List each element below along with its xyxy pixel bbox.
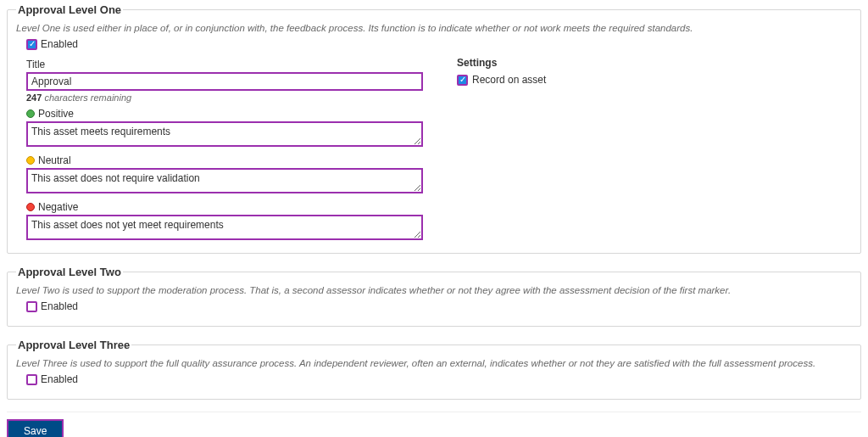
record-on-asset-checkbox[interactable] xyxy=(457,75,468,86)
level-one-enabled-checkbox[interactable] xyxy=(26,39,37,50)
level-three-enabled-label: Enabled xyxy=(41,373,78,385)
level-three-enabled-checkbox[interactable] xyxy=(26,374,37,385)
positive-input[interactable] xyxy=(26,121,423,147)
negative-icon xyxy=(26,203,35,211)
level-two-legend: Approval Level Two xyxy=(16,266,123,278)
positive-icon xyxy=(26,109,35,118)
title-input[interactable] xyxy=(26,72,423,91)
neutral-input[interactable] xyxy=(26,168,423,193)
level-two-enabled-label: Enabled xyxy=(41,300,78,312)
level-one-description: Level One is used either in place of, or… xyxy=(16,23,852,33)
negative-input[interactable] xyxy=(26,215,423,240)
positive-label: Positive xyxy=(38,108,74,120)
approval-level-one-section: Approval Level One Level One is used eit… xyxy=(7,3,861,254)
level-two-enabled-checkbox[interactable] xyxy=(26,301,37,312)
level-three-description: Level Three is used to support the full … xyxy=(16,358,852,368)
level-two-description: Level Two is used to support the moderat… xyxy=(16,285,852,295)
title-label: Title xyxy=(26,59,423,70)
neutral-icon xyxy=(26,156,35,165)
save-button[interactable]: Save xyxy=(7,419,64,437)
chars-remaining: 247 characters remaining xyxy=(26,92,423,103)
record-on-asset-label: Record on asset xyxy=(472,74,546,86)
level-three-legend: Approval Level Three xyxy=(16,339,131,351)
approval-level-three-section: Approval Level Three Level Three is used… xyxy=(7,339,861,400)
chars-remaining-count: 247 xyxy=(26,92,42,103)
settings-heading: Settings xyxy=(457,57,852,69)
chars-remaining-text: characters remaining xyxy=(42,92,131,103)
negative-label: Negative xyxy=(38,201,78,213)
neutral-label: Neutral xyxy=(38,154,71,166)
approval-level-two-section: Approval Level Two Level Two is used to … xyxy=(7,266,861,327)
level-one-enabled-label: Enabled xyxy=(41,38,78,50)
level-one-legend: Approval Level One xyxy=(16,3,123,16)
